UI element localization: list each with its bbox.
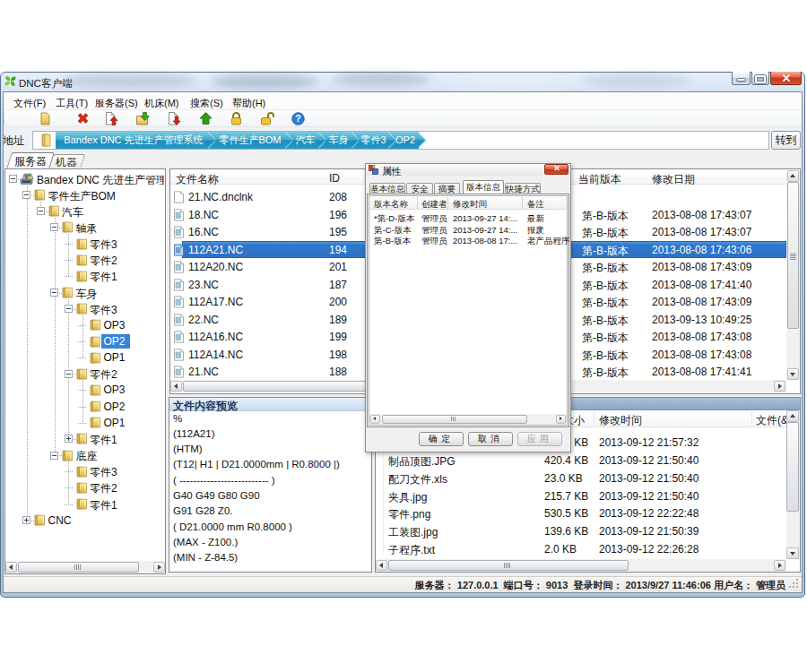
svg-text:?: ? bbox=[295, 113, 300, 124]
